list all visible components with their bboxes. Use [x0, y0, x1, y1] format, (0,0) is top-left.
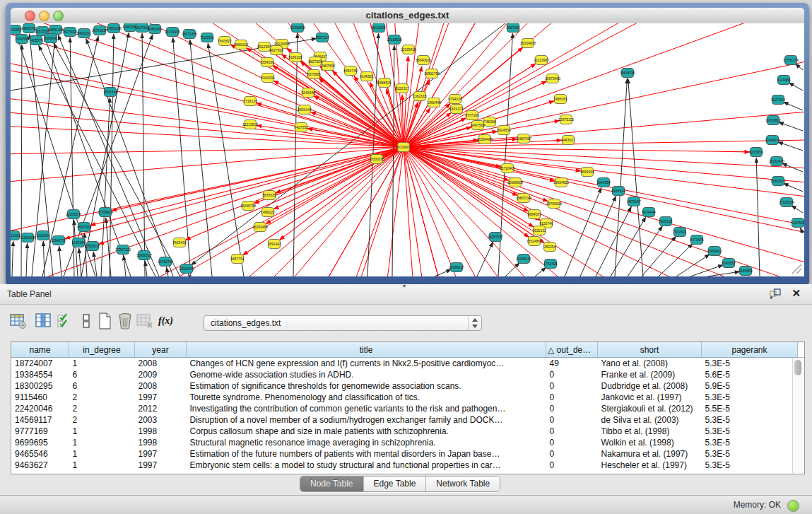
table-cell[interactable]: 6: [69, 369, 135, 380]
graph-node[interactable]: 6794028: [448, 95, 462, 104]
table-cell[interactable]: 0: [546, 460, 598, 471]
graph-node[interactable]: 16154808: [520, 39, 536, 48]
table-cell[interactable]: Stergiakouli et al. (2012): [598, 403, 702, 414]
table-cell[interactable]: Franke et al. (2009): [598, 369, 702, 380]
column-header-in_degree[interactable]: in_degree: [69, 342, 135, 358]
table-cell[interactable]: 1: [69, 358, 135, 370]
graph-node[interactable]: 8220317: [395, 84, 409, 93]
network-graph-canvas[interactable]: 2040557140557811053328730691406152760218…: [11, 23, 804, 276]
graph-node[interactable]: 8813054: [372, 23, 386, 33]
table-cell[interactable]: 2008: [135, 358, 187, 370]
graph-node[interactable]: 15751074: [783, 56, 799, 65]
table-cell[interactable]: 1: [69, 437, 135, 448]
tab-edge-table[interactable]: Edge Table: [364, 477, 427, 491]
splitter-grip-icon[interactable]: ▾: [403, 284, 409, 288]
graph-node[interactable]: 15720407: [500, 164, 515, 173]
graph-node[interactable]: 20364486: [477, 135, 493, 144]
select-columns-icon[interactable]: [35, 313, 52, 329]
graph-node[interactable]: 9463627: [561, 136, 575, 145]
function-builder-icon[interactable]: f(x): [158, 313, 175, 329]
table-cell[interactable]: Jankovic et al. (1997): [598, 392, 702, 403]
graph-node[interactable]: 12444134: [765, 136, 780, 145]
table-cell[interactable]: 18724007: [11, 358, 69, 370]
scrollbar-thumb[interactable]: [794, 360, 801, 375]
graph-node[interactable]: 3915353: [11, 231, 20, 240]
graph-node[interactable]: 12213987: [534, 56, 549, 65]
table-cell[interactable]: Corpus callosum shape and size in male p…: [187, 426, 546, 437]
table-cell[interactable]: 2003: [135, 414, 187, 426]
column-header-year[interactable]: year: [135, 342, 187, 358]
graph-node[interactable]: 5875685: [307, 70, 321, 79]
table-cell[interactable]: de Silva et al. (2003): [598, 414, 702, 426]
table-cell[interactable]: 2012: [135, 403, 187, 414]
graph-node[interactable]: 15524861: [526, 237, 542, 246]
graph-node[interactable]: 12213513: [242, 120, 258, 129]
table-cell[interactable]: 5.3E-5: [702, 358, 798, 370]
close-panel-icon[interactable]: ✕: [792, 287, 801, 300]
table-cell[interactable]: 9463627: [11, 460, 69, 471]
graph-node[interactable]: 19756928: [546, 199, 562, 209]
graph-node[interactable]: 10654812: [707, 247, 722, 256]
table-cell[interactable]: 9115460: [11, 392, 69, 403]
table-cell[interactable]: 6: [69, 380, 135, 392]
citation-network-graph[interactable]: 2040557140557811053328730691406152760218…: [11, 23, 804, 276]
table-cell[interactable]: 5.3E-5: [702, 437, 798, 448]
graph-node[interactable]: 16719155: [165, 28, 180, 37]
table-cell[interactable]: 5.3E-5: [702, 414, 798, 426]
graph-node[interactable]: 1145194: [71, 238, 85, 247]
graph-node[interactable]: 17016504: [779, 198, 794, 207]
graph-node[interactable]: 18724007: [396, 143, 411, 152]
graph-node[interactable]: 17359924: [98, 208, 113, 217]
graph-node[interactable]: 9245653: [739, 267, 753, 276]
graph-node[interactable]: 10958167: [136, 251, 152, 260]
graph-node[interactable]: 12093822: [765, 116, 781, 125]
graph-node[interactable]: 7515526: [200, 33, 214, 42]
graph-node[interactable]: 3824554: [497, 126, 511, 135]
table-cell[interactable]: Hescheler et al. (1997): [598, 460, 702, 471]
tab-network-table[interactable]: Network Table: [426, 477, 500, 491]
table-vertical-scrollbar[interactable]: [792, 358, 804, 473]
graph-node[interactable]: 8660128: [234, 40, 248, 49]
graph-node[interactable]: 2040557: [11, 25, 22, 35]
graph-node[interactable]: 10973493: [545, 74, 560, 83]
graph-node[interactable]: 9129966: [777, 76, 791, 85]
table-cell[interactable]: 5.5E-5: [702, 403, 798, 414]
table-cell[interactable]: 18300295: [11, 380, 69, 392]
table-cell[interactable]: 0: [546, 414, 598, 426]
graph-node[interactable]: 15276021: [62, 28, 78, 37]
graph-node[interactable]: 19218506: [387, 35, 402, 45]
graph-node[interactable]: 9457791: [230, 255, 245, 264]
table-cell[interactable]: 5.3E-5: [702, 460, 798, 471]
table-cell[interactable]: Embryonic stem cells: a model to study s…: [187, 460, 546, 471]
graph-node[interactable]: 12942757: [51, 236, 66, 245]
graph-node[interactable]: 10688609: [507, 178, 523, 187]
graph-node[interactable]: 2805334: [103, 88, 117, 97]
table-settings-icon[interactable]: [10, 313, 27, 329]
graph-node[interactable]: 19654923: [553, 178, 569, 187]
graph-node[interactable]: 1654339: [260, 58, 274, 67]
table-cell[interactable]: 0: [546, 380, 598, 392]
table-cell[interactable]: Changes of HCN gene expression and I(f) …: [187, 358, 546, 370]
table-cell[interactable]: 1997: [135, 460, 187, 471]
tab-node-table[interactable]: Node Table: [300, 477, 364, 491]
table-row[interactable]: 946362711997Embryonic stem cells: a mode…: [11, 460, 805, 471]
table-row[interactable]: 977716911998Corpus callosum shape and si…: [11, 426, 805, 437]
graph-nodes[interactable]: 2040557140557811053328730691406152760218…: [11, 23, 804, 276]
graph-node[interactable]: 1621072: [449, 105, 464, 114]
graph-node[interactable]: 16046798: [240, 201, 256, 211]
graph-node[interactable]: 9597587: [77, 223, 91, 232]
column-header-title[interactable]: title: [187, 342, 546, 358]
table-cell[interactable]: 2: [69, 403, 135, 414]
graph-node[interactable]: 1588520: [377, 78, 392, 88]
graph-node[interactable]: 15692971: [770, 177, 786, 186]
window-titlebar[interactable]: citations_edges.txt: [11, 8, 804, 24]
column-header-out_de[interactable]: △ out_de…: [546, 342, 598, 358]
column-header-short[interactable]: short: [598, 342, 702, 358]
table-cell[interactable]: 2: [69, 414, 135, 426]
graph-node[interactable]: 9827505: [308, 57, 322, 66]
graph-node[interactable]: 8938924: [611, 187, 625, 196]
table-cell[interactable]: Wolkin et al. (1998): [598, 437, 702, 448]
table-cell[interactable]: Investigating the contribution of common…: [187, 403, 546, 414]
table-cell[interactable]: 2008: [135, 380, 187, 392]
table-cell[interactable]: 0: [546, 448, 598, 460]
